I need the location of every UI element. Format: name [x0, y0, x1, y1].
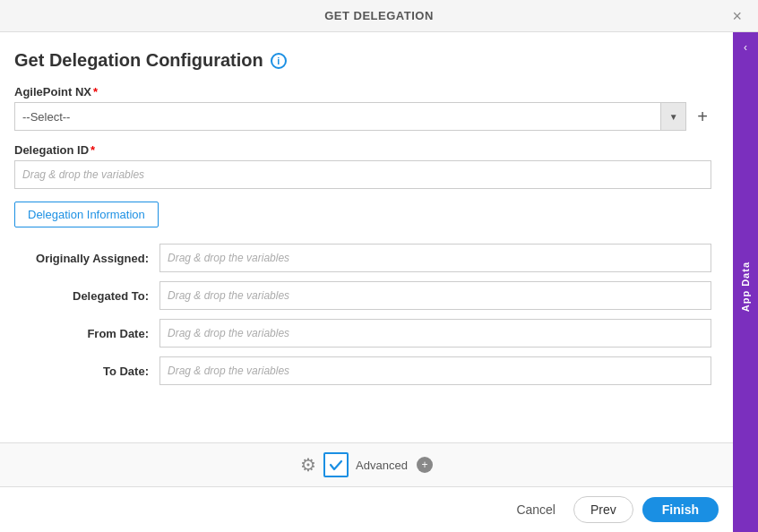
select-arrow-icon: ▼	[660, 103, 685, 130]
page-title-row: Get Delegation Configuration i	[14, 50, 711, 71]
validate-button[interactable]	[323, 452, 349, 477]
delegation-id-input[interactable]: Drag & drop the variables	[14, 160, 711, 189]
gear-icon[interactable]: ⚙	[300, 454, 316, 476]
title-bar: GET DELEGATION ×	[0, 0, 758, 32]
delegated-to-label: Delegated To:	[14, 289, 149, 303]
originally-assigned-label: Originally Assigned:	[14, 252, 149, 265]
info-icon[interactable]: i	[271, 53, 287, 69]
toolbar-icons: ⚙ Advanced +	[0, 443, 733, 486]
to-date-label: To Date:	[14, 365, 149, 378]
main-content: Get Delegation Configuration i AgilePoin…	[0, 32, 733, 442]
from-date-label: From Date:	[14, 327, 149, 340]
agilepoint-select-wrapper: --Select-- ▼ +	[14, 102, 711, 131]
cancel-button[interactable]: Cancel	[507, 497, 564, 522]
from-date-placeholder: Drag & drop the variables	[168, 327, 289, 339]
originally-assigned-placeholder: Drag & drop the variables	[168, 252, 289, 264]
dialog-title: GET DELEGATION	[324, 9, 434, 22]
delegated-to-input[interactable]: Drag & drop the variables	[159, 281, 711, 310]
delegation-id-label: Delegation ID*	[14, 143, 711, 157]
finish-button[interactable]: Finish	[642, 497, 719, 522]
dialog: GET DELEGATION × ‹ App Data Get Delegati…	[0, 0, 758, 532]
advanced-add-button[interactable]: +	[417, 457, 433, 473]
to-date-placeholder: Drag & drop the variables	[168, 365, 289, 377]
delegated-to-placeholder: Drag & drop the variables	[168, 289, 289, 302]
agilepoint-select-value: --Select--	[15, 110, 660, 124]
app-data-label: App Data	[740, 262, 751, 312]
prev-button[interactable]: Prev	[573, 496, 633, 523]
agilepoint-field: AgilePoint NX* --Select-- ▼ +	[14, 85, 711, 131]
close-button[interactable]: ×	[727, 6, 747, 26]
originally-assigned-input[interactable]: Drag & drop the variables	[159, 244, 711, 272]
agilepoint-add-button[interactable]: +	[693, 107, 711, 125]
delegation-id-placeholder: Drag & drop the variables	[22, 168, 144, 181]
page-title-text: Get Delegation Configuration	[14, 50, 263, 71]
bottom-toolbar: ⚙ Advanced +	[0, 442, 733, 486]
sidebar-arrow: ‹	[744, 41, 747, 54]
advanced-label: Advanced	[356, 459, 408, 472]
agilepoint-select[interactable]: --Select-- ▼	[14, 102, 686, 131]
app-data-sidebar[interactable]: ‹ App Data	[733, 32, 758, 532]
to-date-input[interactable]: Drag & drop the variables	[159, 356, 711, 385]
delegation-info-button[interactable]: Delegation Information	[14, 202, 159, 227]
action-bar: Cancel Prev Finish	[0, 486, 733, 532]
agilepoint-label: AgilePoint NX*	[14, 85, 711, 99]
from-date-input[interactable]: Drag & drop the variables	[159, 319, 711, 348]
delegation-id-field: Delegation ID* Drag & drop the variables	[14, 143, 711, 189]
info-grid: Originally Assigned: Drag & drop the var…	[14, 244, 711, 385]
